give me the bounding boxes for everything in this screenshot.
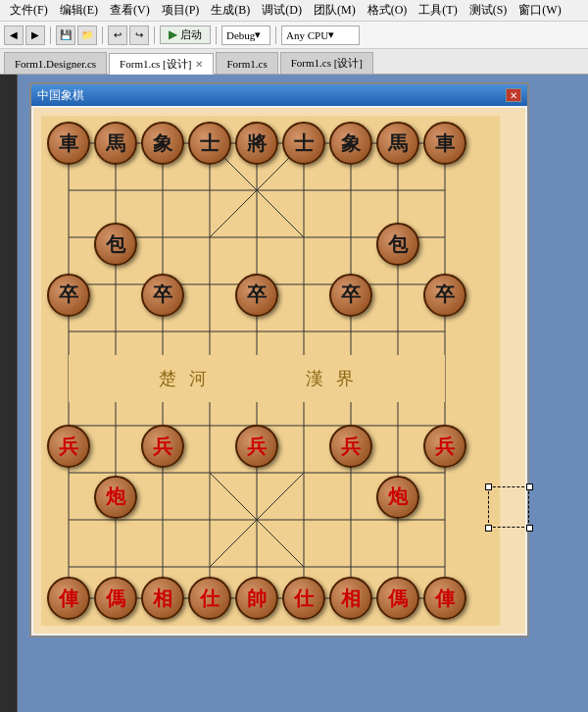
form-titlebar: 中国象棋 ✕ (31, 84, 527, 106)
menubar: 文件(F) 编辑(E) 查看(V) 项目(P) 生成(B) 调试(D) 团队(M… (0, 0, 588, 22)
menu-window[interactable]: 窗口(W) (513, 0, 566, 21)
back-btn[interactable]: ◀ (4, 25, 24, 45)
piece-red-傌-7-9[interactable]: 傌 (376, 577, 419, 620)
menu-edit[interactable]: 编辑(E) (54, 0, 104, 21)
piece-red-炮-7-7[interactable]: 炮 (376, 476, 419, 519)
start-label: 启动 (180, 27, 202, 42)
form-window: 中国象棋 ✕ (29, 82, 529, 637)
designer-canvas[interactable]: 中国象棋 ✕ (18, 75, 588, 712)
chess-board: 楚 河 漢 界 車馬象士將士象馬車包包卒卒卒卒卒兵兵兵兵兵炮炮俥傌相仕帥仕相傌俥 (41, 116, 500, 626)
start-button[interactable]: ▶ 启动 (160, 25, 211, 44)
menu-project[interactable]: 项目(P) (156, 0, 206, 21)
menu-tools[interactable]: 工具(T) (413, 0, 463, 21)
piece-black-車-8-0[interactable]: 車 (423, 122, 466, 165)
tab-label: Form1.cs [设计] (120, 57, 191, 72)
piece-red-俥-8-9[interactable]: 俥 (423, 577, 466, 620)
sel-handle-bl[interactable] (485, 525, 492, 532)
piece-red-仕-3-9[interactable]: 仕 (188, 577, 231, 620)
piece-red-兵-2-6[interactable]: 兵 (141, 425, 184, 468)
piece-black-馬-1-0[interactable]: 馬 (94, 122, 137, 165)
menu-format[interactable]: 格式(O) (362, 0, 414, 21)
board-grid-svg: 楚 河 漢 界 (41, 116, 500, 626)
piece-red-相-2-9[interactable]: 相 (141, 577, 184, 620)
piece-black-馬-7-0[interactable]: 馬 (376, 122, 419, 165)
piece-red-炮-1-7[interactable]: 炮 (94, 476, 137, 519)
piece-black-象-6-0[interactable]: 象 (329, 122, 372, 165)
undo-btn[interactable]: ↩ (108, 25, 127, 45)
piece-red-兵-0-6[interactable]: 兵 (47, 425, 90, 468)
redo-btn[interactable]: ↪ (129, 25, 149, 45)
tab-label: Form1.cs (226, 58, 267, 70)
tab-label: Form1.Designer.cs (15, 58, 96, 70)
piece-black-士-5-0[interactable]: 士 (282, 122, 325, 165)
sep3 (154, 26, 155, 44)
play-icon: ▶ (169, 27, 177, 42)
sidebar (0, 75, 18, 712)
svg-text:楚 河: 楚 河 (159, 369, 211, 388)
sel-handle-tl[interactable] (485, 483, 492, 490)
sep1 (50, 26, 51, 44)
menu-team[interactable]: 团队(M) (308, 0, 362, 21)
save-btn[interactable]: 💾 (56, 25, 75, 45)
main-area: 中国象棋 ✕ (0, 75, 588, 712)
cpu-label: Any CPU (286, 29, 328, 41)
menu-file[interactable]: 文件(F) (4, 0, 54, 21)
piece-red-兵-8-6[interactable]: 兵 (423, 425, 466, 468)
chess-board-container: 楚 河 漢 界 車馬象士將士象馬車包包卒卒卒卒卒兵兵兵兵兵炮炮俥傌相仕帥仕相傌俥 (33, 108, 525, 634)
tab-form1-design[interactable]: Form1.cs [设计] ✕ (109, 53, 214, 75)
piece-black-將-4-0[interactable]: 將 (235, 122, 278, 165)
piece-red-帥-4-9[interactable]: 帥 (235, 577, 278, 620)
form-title: 中国象棋 (37, 87, 84, 104)
toolbar: ◀ ▶ 💾 📁 ↩ ↪ ▶ 启动 Debug ▾ Any CPU ▾ (0, 22, 588, 49)
piece-red-相-6-9[interactable]: 相 (329, 577, 372, 620)
form-close-button[interactable]: ✕ (506, 88, 521, 102)
tabs-bar: Form1.Designer.cs Form1.cs [设计] ✕ Form1.… (0, 49, 588, 75)
tab-close-icon[interactable]: ✕ (195, 59, 203, 70)
tab-form1-designer[interactable]: Form1.Designer.cs (4, 52, 107, 74)
piece-black-士-3-0[interactable]: 士 (188, 122, 231, 165)
piece-red-兵-4-6[interactable]: 兵 (235, 425, 278, 468)
piece-black-象-2-0[interactable]: 象 (141, 122, 184, 165)
tab-form1-design2[interactable]: Form1.cs [设计] (280, 52, 373, 74)
sep2 (102, 26, 103, 44)
menu-build[interactable]: 生成(B) (205, 0, 256, 21)
piece-black-包-7-2[interactable]: 包 (376, 223, 419, 266)
piece-black-卒-6-3[interactable]: 卒 (329, 274, 372, 317)
piece-black-車-0-0[interactable]: 車 (47, 122, 90, 165)
sep4 (216, 26, 217, 44)
piece-red-俥-0-9[interactable]: 俥 (47, 577, 90, 620)
piece-black-卒-8-3[interactable]: 卒 (423, 274, 466, 317)
svg-rect-24 (69, 355, 445, 402)
piece-red-仕-5-9[interactable]: 仕 (282, 577, 325, 620)
debug-dropdown[interactable]: Debug ▾ (221, 25, 270, 45)
cpu-dropdown[interactable]: Any CPU ▾ (281, 25, 360, 45)
sel-handle-tr[interactable] (526, 483, 533, 490)
selection-box (488, 486, 529, 528)
piece-black-卒-2-3[interactable]: 卒 (141, 274, 184, 317)
open-btn[interactable]: 📁 (77, 25, 97, 45)
menu-view[interactable]: 查看(V) (104, 0, 156, 21)
piece-black-包-1-2[interactable]: 包 (94, 223, 137, 266)
debug-label: Debug (226, 29, 255, 41)
sel-handle-br[interactable] (526, 525, 533, 532)
piece-black-卒-0-3[interactable]: 卒 (47, 274, 90, 317)
tab-label: Form1.cs [设计] (291, 56, 363, 71)
sep5 (275, 26, 276, 44)
menu-debug[interactable]: 调试(D) (256, 0, 308, 21)
piece-red-傌-1-9[interactable]: 傌 (94, 577, 137, 620)
menu-test[interactable]: 测试(S) (464, 0, 514, 21)
svg-text:漢 界: 漢 界 (306, 369, 358, 388)
tab-form1-cs[interactable]: Form1.cs (216, 52, 277, 74)
piece-black-卒-4-3[interactable]: 卒 (235, 274, 278, 317)
fwd-btn[interactable]: ▶ (25, 25, 45, 45)
piece-red-兵-6-6[interactable]: 兵 (329, 425, 372, 468)
